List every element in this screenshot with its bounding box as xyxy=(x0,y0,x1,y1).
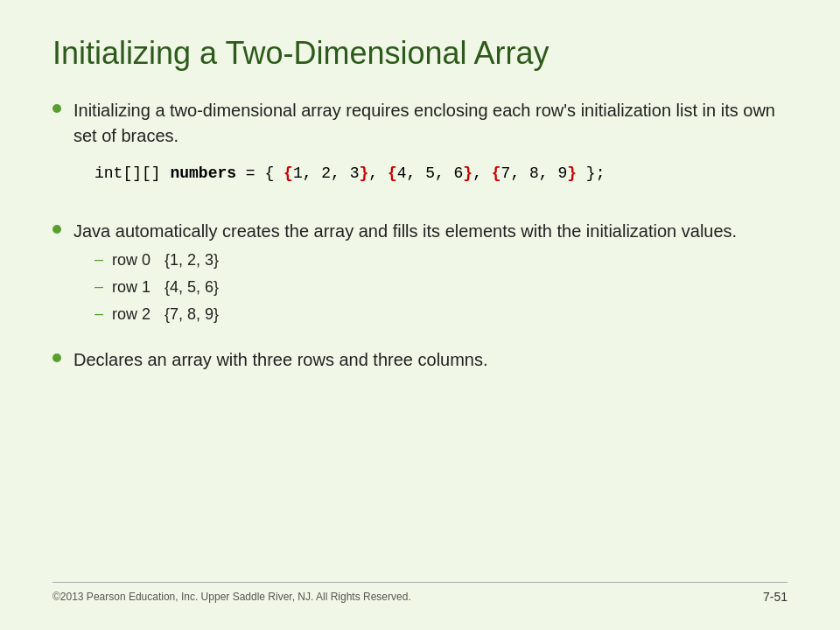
sub-dash-0: – xyxy=(94,250,103,269)
code-sep2: , xyxy=(472,164,492,182)
code-group2-open: { xyxy=(388,164,397,182)
sub-bullet-row0: – row 0 {1, 2, 3} xyxy=(94,249,737,271)
code-group2-vals: 4, 5, 6 xyxy=(397,164,464,182)
code-equals: = { xyxy=(236,164,284,182)
bullet-item-3: Declares an array with three rows and th… xyxy=(52,347,788,373)
code-group2-close: } xyxy=(463,164,472,182)
code-sep1: , xyxy=(368,164,388,182)
bullet-3-text: Declares an array with three rows and th… xyxy=(74,347,488,373)
bullet-item-2: Java automatically creates the array and… xyxy=(52,219,788,332)
sub-bullet-row1: – row 1 {4, 5, 6} xyxy=(94,276,737,298)
code-varname: numbers xyxy=(170,164,236,182)
code-group3-vals: 7, 8, 9 xyxy=(501,164,568,182)
bullet-2-text: Java automatically creates the array and… xyxy=(74,221,737,241)
code-group3-close: } xyxy=(567,164,577,182)
sub-row-label-0: row 0 xyxy=(112,249,160,271)
code-prefix: int[][] xyxy=(94,164,170,182)
sub-text-2: row 2 {7, 8, 9} xyxy=(112,304,219,326)
bullet-dot-2 xyxy=(52,225,61,234)
sub-row-label-1: row 1 xyxy=(112,276,160,298)
footer-page: 7-51 xyxy=(763,590,788,604)
bullet-1-text: Initializing a two-dimensional array req… xyxy=(74,101,775,145)
bullet-text-1: Initializing a two-dimensional array req… xyxy=(74,98,788,203)
footer-copyright: ©2013 Pearson Education, Inc. Upper Sadd… xyxy=(52,591,411,603)
sub-row-label-2: row 2 xyxy=(112,304,160,326)
sub-bullet-row2: – row 2 {7, 8, 9} xyxy=(94,304,737,326)
code-block: int[][] numbers = { {1, 2, 3}, {4, 5, 6}… xyxy=(94,159,788,187)
sub-bullets: – row 0 {1, 2, 3} – row 1 {4, 5, 6} – ro… xyxy=(94,249,737,326)
sub-text-0: row 0 {1, 2, 3} xyxy=(112,249,219,271)
code-group3-open: { xyxy=(492,164,501,182)
slide-title: Initializing a Two-Dimensional Array xyxy=(52,35,788,72)
sub-text-1: row 1 {4, 5, 6} xyxy=(112,276,219,298)
sub-dash-2: – xyxy=(94,304,103,323)
code-group1-vals: 1, 2, 3 xyxy=(293,164,360,182)
bullet-dot-3 xyxy=(52,354,61,362)
sub-dash-1: – xyxy=(94,277,103,296)
code-group1-open: { xyxy=(284,164,293,182)
slide: Initializing a Two-Dimensional Array Ini… xyxy=(0,0,840,630)
bullet-text-2-container: Java automatically creates the array and… xyxy=(74,219,737,332)
code-group1-close: } xyxy=(360,164,369,182)
slide-content: Initializing a two-dimensional array req… xyxy=(52,98,788,582)
slide-footer: ©2013 Pearson Education, Inc. Upper Sadd… xyxy=(52,582,788,604)
code-suffix: }; xyxy=(577,164,605,182)
bullet-item-1: Initializing a two-dimensional array req… xyxy=(52,98,788,203)
bullet-dot-1 xyxy=(52,104,61,113)
